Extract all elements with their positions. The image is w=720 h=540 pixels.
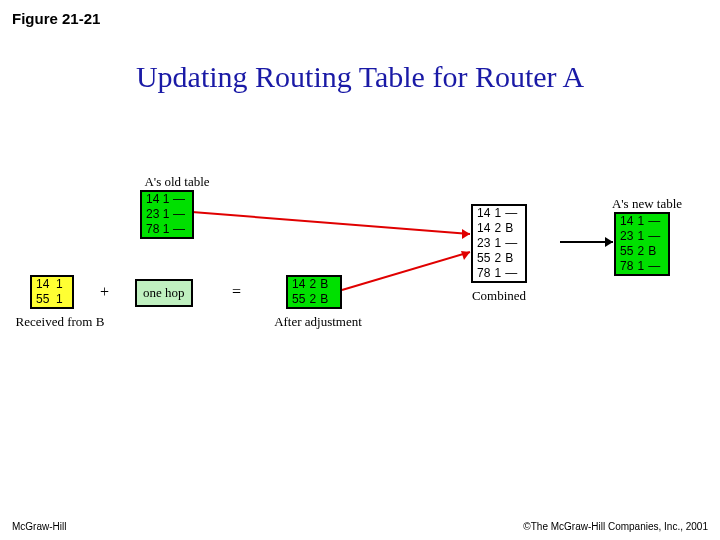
onehop-box: one hop xyxy=(135,279,193,307)
table-row: 142B xyxy=(288,277,340,292)
table-row: 231— xyxy=(473,236,525,251)
caption-adjusted: After adjustment xyxy=(268,314,368,330)
caption-combined: Combined xyxy=(468,288,530,304)
table-row: 141— xyxy=(616,214,668,229)
table-row: 141— xyxy=(473,206,525,221)
table-received: 141 551 xyxy=(30,275,74,309)
caption-received: Received from B xyxy=(10,314,110,330)
svg-marker-3 xyxy=(461,251,470,260)
table-row: 231— xyxy=(142,207,192,222)
caption-new-table: A's new table xyxy=(604,196,690,212)
table-row: 781— xyxy=(473,266,525,281)
table-row: 141— xyxy=(142,192,192,207)
caption-old-table: A's old table xyxy=(132,174,222,190)
footer-left: McGraw-Hill xyxy=(12,521,66,532)
table-row: 551 xyxy=(32,292,72,307)
svg-line-2 xyxy=(342,252,470,290)
table-row: 142B xyxy=(473,221,525,236)
page-title: Updating Routing Table for Router A xyxy=(0,60,720,94)
table-old: 141— 231— 781— xyxy=(140,190,194,239)
diagram-connectors xyxy=(0,150,720,410)
figure-label: Figure 21-21 xyxy=(12,10,100,27)
table-row: 552B xyxy=(473,251,525,266)
table-new: 141— 231— 552B 781— xyxy=(614,212,670,276)
table-row: 552B xyxy=(616,244,668,259)
table-row: 231— xyxy=(616,229,668,244)
plus-op: + xyxy=(100,283,109,301)
table-row: 781— xyxy=(616,259,668,274)
svg-marker-1 xyxy=(462,229,470,239)
svg-line-0 xyxy=(192,212,470,234)
svg-marker-5 xyxy=(605,237,613,247)
table-row: 141 xyxy=(32,277,72,292)
footer-right: ©The McGraw-Hill Companies, Inc., 2001 xyxy=(523,521,708,532)
table-combined: 141— 142B 231— 552B 781— xyxy=(471,204,527,283)
table-row: 552B xyxy=(288,292,340,307)
equals-op: = xyxy=(232,283,241,301)
table-row: 781— xyxy=(142,222,192,237)
table-adjusted: 142B 552B xyxy=(286,275,342,309)
